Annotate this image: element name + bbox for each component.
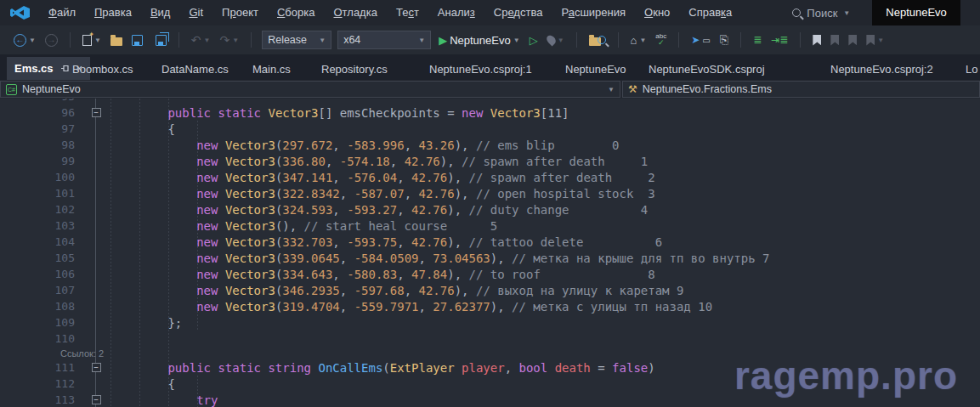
code-line-107[interactable]: 107 new Vector3(346.2935, -597.68, 42.76… xyxy=(0,282,980,298)
new-window-button[interactable]: ▼ xyxy=(81,33,103,48)
indent-right-icon: ⇥≣ xyxy=(771,34,788,46)
menu-item-5[interactable]: Сборка xyxy=(268,0,325,25)
home-document-icon: ⌂ xyxy=(631,34,637,47)
increase-indent-button[interactable]: ⇥≣ xyxy=(769,32,790,48)
code-line-96[interactable]: 96− public static Vector3[] emsCheckpoin… xyxy=(0,105,980,121)
run-target-caret-icon[interactable]: ▼ xyxy=(513,37,520,44)
redo-icon: ↷ xyxy=(220,33,230,47)
solution-explorer-sync-button[interactable]: ⌂▼ xyxy=(629,32,649,48)
decrease-indent-button[interactable]: ≣ xyxy=(751,32,763,48)
toggle-bookmark-button[interactable] xyxy=(811,33,823,48)
redo-button[interactable]: ↷▼ xyxy=(218,31,241,48)
type-dropdown[interactable]: ⚒ NeptuneEvo.Fractions.Ems xyxy=(622,81,980,98)
line-number: 109 xyxy=(0,316,85,329)
spell-check-icon: abc✓ xyxy=(655,33,666,47)
new-file-caret-icon[interactable]: ▼ xyxy=(94,37,101,44)
tab-dataname-cs[interactable]: DataName.cs xyxy=(161,63,229,76)
back-caret-icon[interactable]: ▼ xyxy=(29,37,36,44)
tab-boombox-cs[interactable]: Boombox.cs xyxy=(72,63,133,76)
line-number: 108 xyxy=(0,300,85,313)
next-bookmark-button[interactable] xyxy=(847,33,858,48)
code-line-97[interactable]: 97 { xyxy=(0,121,980,137)
tab-lo[interactable]: Lo xyxy=(966,63,977,76)
type-path: NeptuneEvo.Fractions.Ems xyxy=(643,83,772,95)
line-number: 100 xyxy=(0,171,85,184)
code-line-105[interactable]: 105 new Vector3(339.0645, -584.0509, 73.… xyxy=(0,250,980,266)
project-name: NeptuneEvo xyxy=(22,83,81,95)
menu-item-7[interactable]: Тест xyxy=(387,0,428,25)
class-hammer-icon: ⚒ xyxy=(628,83,637,95)
solution-name-chip[interactable]: NeptuneEvo xyxy=(872,0,960,25)
menu-item-2[interactable]: Вид xyxy=(141,0,180,25)
code-line-110[interactable]: 110 xyxy=(0,331,980,347)
code-line-99[interactable]: 99 new Vector3(336.80, -574.18, 42.76), … xyxy=(0,153,980,169)
save-all-icon xyxy=(156,35,167,46)
menu-item-0[interactable]: Файл xyxy=(39,0,85,25)
sync-caret-icon[interactable]: ▼ xyxy=(639,37,646,44)
line-number: 103 xyxy=(0,219,85,232)
start-without-debug-button[interactable]: ▷ xyxy=(528,32,540,48)
fold-collapse-icon[interactable]: − xyxy=(92,108,101,117)
tab-neptuneevo-csproj-1[interactable]: NeptuneEvo.csproj:1 xyxy=(429,63,532,76)
line-number: 110 xyxy=(0,332,85,345)
code-editor[interactable]: 9596− public static Vector3[] emsCheckpo… xyxy=(0,99,980,407)
start-debug-button[interactable]: ▶ NeptuneEvo ▼ xyxy=(437,32,521,48)
tab-neptuneevo-csproj-2[interactable]: NeptuneEvo.csproj:2 xyxy=(830,63,933,76)
clear-bookmarks-button[interactable]: ▼ xyxy=(864,33,886,48)
project-caret-icon[interactable]: ▼ xyxy=(608,86,615,93)
standard-toolbar: ←▼ → ▼ ↶▼ ↷▼ Release ▼ x64 ▼ ▶ NeptuneEv… xyxy=(0,25,980,54)
tab-neptuneevosdk-csproj[interactable]: NeptuneEvoSDK.csproj xyxy=(649,63,765,76)
code-line-106[interactable]: 106 new Vector3(334.643, -580.83, 47.84)… xyxy=(0,266,980,282)
navigate-back-button[interactable]: ←▼ xyxy=(12,32,37,48)
menu-item-3[interactable]: Git xyxy=(179,0,212,25)
format-icon: ⎘ xyxy=(720,33,728,47)
line-box-icon: ▭ xyxy=(702,36,710,45)
fold-collapse-icon[interactable]: − xyxy=(92,363,101,372)
menu-item-1[interactable]: Правка xyxy=(85,0,141,25)
code-line-108[interactable]: 108 new Vector3(319.4704, -559.7971, 27.… xyxy=(0,298,980,314)
menu-item-11[interactable]: Окно xyxy=(635,0,679,25)
toolbar-separator xyxy=(251,32,252,48)
intellisense-button[interactable]: ➤▭ xyxy=(689,32,712,48)
platform-dropdown[interactable]: x64 ▼ xyxy=(337,31,431,49)
undo-button[interactable]: ↶▼ xyxy=(190,31,212,48)
code-line-98[interactable]: 98 new Vector3(297.672, -583.996, 43.26)… xyxy=(0,137,980,153)
search-caret-icon[interactable]: ▼ xyxy=(843,9,850,17)
search-control[interactable]: Поиск ▼ xyxy=(792,7,850,20)
menu-item-12[interactable]: Справка xyxy=(679,0,741,25)
open-folder-icon xyxy=(110,37,122,46)
hot-reload-button[interactable]: ▼ xyxy=(546,33,566,47)
previous-bookmark-button[interactable] xyxy=(829,33,841,48)
open-file-button[interactable] xyxy=(109,33,124,48)
save-all-button[interactable] xyxy=(150,33,168,48)
menu-item-6[interactable]: Отладка xyxy=(324,0,386,25)
code-line-95[interactable]: 95 xyxy=(0,99,980,105)
code-line-102[interactable]: 102 new Vector3(324.593, -593.27, 42.76)… xyxy=(0,201,980,218)
navigate-forward-button[interactable]: → xyxy=(43,32,59,48)
code-line-109[interactable]: 109 }; xyxy=(0,314,980,331)
fold-collapse-icon[interactable]: − xyxy=(92,395,101,404)
tab-neptuneevo[interactable]: NeptuneEvo xyxy=(565,63,626,76)
tab-repository-cs[interactable]: Repository.cs xyxy=(321,63,388,76)
menu-item-10[interactable]: Расширения xyxy=(552,0,635,25)
tab-main-cs[interactable]: Main.cs xyxy=(252,63,291,76)
code-line-103[interactable]: 103 new Vector3(), // start heal course … xyxy=(0,218,980,234)
format-document-button[interactable]: ⎘ xyxy=(718,31,730,48)
toolbar-separator xyxy=(678,32,679,48)
code-line-101[interactable]: 101 new Vector3(322.8342, -587.07, 42.76… xyxy=(0,185,980,201)
save-button[interactable] xyxy=(130,33,144,48)
code-line-104[interactable]: 104 new Vector3(332.703, -593.75, 42.76)… xyxy=(0,234,980,250)
csharp-project-icon: C# xyxy=(6,84,17,95)
line-number: 112 xyxy=(0,377,85,390)
code-line-100[interactable]: 100 new Vector3(347.141, -576.04, 42.76)… xyxy=(0,169,980,185)
pin-icon[interactable] xyxy=(60,64,70,73)
configuration-dropdown[interactable]: Release ▼ xyxy=(262,31,331,49)
menu-item-4[interactable]: Проект xyxy=(212,0,268,25)
spell-check-button[interactable]: abc✓ xyxy=(654,31,668,48)
hot-reload-caret-icon: ▼ xyxy=(558,37,564,44)
project-dropdown[interactable]: C# NeptuneEvo ▼ xyxy=(0,81,620,98)
find-in-files-button[interactable] xyxy=(587,33,608,48)
configuration-caret-icon: ▼ xyxy=(319,37,326,44)
menu-item-9[interactable]: Средства xyxy=(484,0,552,25)
menu-item-8[interactable]: Анализ xyxy=(428,0,484,25)
